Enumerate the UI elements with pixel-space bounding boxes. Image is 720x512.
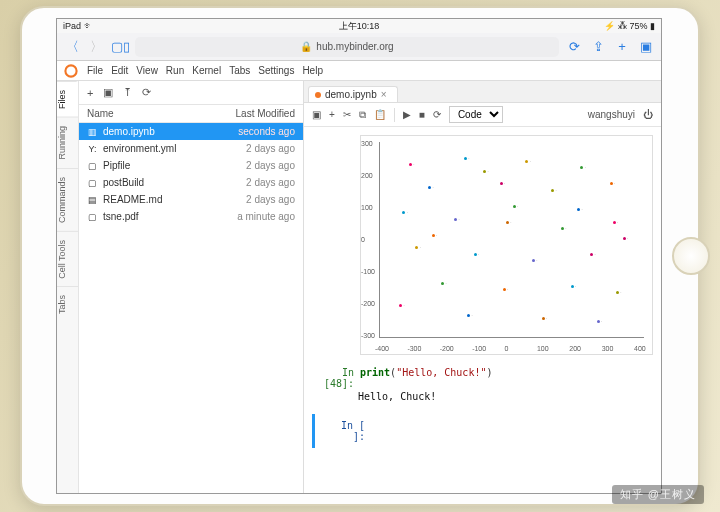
bookmarks-icon[interactable]: ▢▯ xyxy=(111,38,129,56)
share-icon[interactable]: ⇪ xyxy=(589,38,607,56)
data-point xyxy=(464,157,467,160)
cell-empty[interactable]: In [ ]: xyxy=(312,414,653,448)
data-point xyxy=(474,253,477,256)
upload-icon[interactable]: ⤒ xyxy=(123,86,132,99)
tabs-icon[interactable]: ▣ xyxy=(637,38,655,56)
file-row[interactable]: ▤README.md2 days ago xyxy=(79,191,303,208)
file-row[interactable]: ▢tsne.pdfa minute ago xyxy=(79,208,303,225)
file-modified: a minute ago xyxy=(237,211,295,222)
menu-help[interactable]: Help xyxy=(302,65,323,76)
url-bar[interactable]: 🔒 hub.mybinder.org xyxy=(135,37,559,57)
file-row[interactable]: Y:environment.yml2 days ago xyxy=(79,140,303,157)
forward-icon: 〉 xyxy=(87,38,105,56)
data-point xyxy=(409,163,412,166)
file-icon: ▢ xyxy=(87,160,98,171)
file-row[interactable]: ▢postBuild2 days ago xyxy=(79,174,303,191)
sidetab-tabs[interactable]: Tabs xyxy=(57,286,78,322)
data-point xyxy=(506,221,509,224)
file-name: Pipfile xyxy=(103,160,130,171)
run-icon[interactable]: ▶ xyxy=(403,109,411,120)
file-row[interactable]: ▥demo.ipynbseconds ago xyxy=(79,123,303,140)
new-tab-icon[interactable]: + xyxy=(613,38,631,56)
data-point xyxy=(571,285,574,288)
cell-in-48[interactable]: In [48]: print("Hello, Chuck!") xyxy=(304,365,661,391)
data-point xyxy=(428,186,431,189)
jupyter-menubar: FileEditViewRunKernelTabsSettingsHelp xyxy=(57,61,661,81)
col-name: Name xyxy=(87,108,114,119)
data-point xyxy=(525,160,528,163)
menu-file[interactable]: File xyxy=(87,65,103,76)
data-point xyxy=(399,304,402,307)
notebook-body[interactable]: ······························-400-300-2… xyxy=(304,127,661,493)
data-point xyxy=(402,211,405,214)
refresh-icon[interactable]: ⟳ xyxy=(142,86,151,99)
file-row[interactable]: ▢Pipfile2 days ago xyxy=(79,157,303,174)
prompt: In [48]: xyxy=(312,367,360,389)
lock-icon: 🔒 xyxy=(300,41,312,52)
menu-settings[interactable]: Settings xyxy=(258,65,294,76)
tab-label: demo.ipynb xyxy=(325,89,377,100)
menu-view[interactable]: View xyxy=(136,65,158,76)
data-point xyxy=(532,259,535,262)
tab-demo[interactable]: demo.ipynb × xyxy=(308,86,398,102)
data-point xyxy=(580,166,583,169)
scatter-plot-output: ······························-400-300-2… xyxy=(360,135,653,355)
data-point xyxy=(513,205,516,208)
stop-icon[interactable]: ■ xyxy=(419,109,425,120)
sidetab-commands[interactable]: Commands xyxy=(57,168,78,231)
file-modified: 2 days ago xyxy=(246,143,295,154)
data-point xyxy=(616,291,619,294)
file-name: README.md xyxy=(103,194,162,205)
menu-edit[interactable]: Edit xyxy=(111,65,128,76)
back-icon[interactable]: 〈 xyxy=(63,38,81,56)
clock: 上午10:18 xyxy=(339,20,380,33)
reload-icon[interactable]: ⟳ xyxy=(565,38,583,56)
file-icon: ▢ xyxy=(87,211,98,222)
cut-icon[interactable]: ✂ xyxy=(343,109,351,120)
menu-tabs[interactable]: Tabs xyxy=(229,65,250,76)
close-icon[interactable]: × xyxy=(381,89,387,100)
notebook-toolbar: ▣ + ✂ ⧉ 📋 ▶ ■ ⟳ Code wangshuyi ⏻ xyxy=(304,103,661,127)
data-point xyxy=(561,227,564,230)
file-name: environment.yml xyxy=(103,143,176,154)
watermark: 知乎 @王树义 xyxy=(612,485,704,504)
data-point xyxy=(483,170,486,173)
menu-run[interactable]: Run xyxy=(166,65,184,76)
kernel-user: wangshuyi xyxy=(588,109,635,120)
url-text: hub.mybinder.org xyxy=(316,41,393,52)
sidetab-cell-tools[interactable]: Cell Tools xyxy=(57,231,78,287)
notebook-tab-bar: demo.ipynb × xyxy=(304,81,661,103)
cell-type-select[interactable]: Code xyxy=(449,106,503,123)
battery-label: ⚡ ⁂ 75% ▮ xyxy=(604,21,655,31)
kernel-status-icon[interactable]: ⏻ xyxy=(643,109,653,120)
file-modified: 2 days ago xyxy=(246,194,295,205)
file-name: postBuild xyxy=(103,177,144,188)
data-point xyxy=(623,237,626,240)
sidetab-files[interactable]: Files xyxy=(57,81,78,117)
data-point xyxy=(597,320,600,323)
file-browser-toolbar: + ▣ ⤒ ⟳ xyxy=(79,81,303,105)
menu-kernel[interactable]: Kernel xyxy=(192,65,221,76)
data-point xyxy=(467,314,470,317)
safari-toolbar: 〈 〉 ▢▯ 🔒 hub.mybinder.org ⟳ ⇪ + ▣ xyxy=(57,33,661,61)
file-modified: 2 days ago xyxy=(246,160,295,171)
jupyter-logo-icon xyxy=(63,63,79,79)
restart-icon[interactable]: ⟳ xyxy=(433,109,441,120)
markdown-icon: ▤ xyxy=(87,194,98,205)
data-point xyxy=(454,218,457,221)
new-file-icon[interactable]: + xyxy=(87,87,93,99)
prompt: In [ ]: xyxy=(323,420,371,442)
data-point xyxy=(613,221,616,224)
data-point xyxy=(610,182,613,185)
svg-point-0 xyxy=(65,65,76,76)
file-list-header: Name Last Modified xyxy=(79,105,303,123)
sidetab-running[interactable]: Running xyxy=(57,117,78,168)
new-folder-icon[interactable]: ▣ xyxy=(103,86,113,99)
data-point xyxy=(441,282,444,285)
home-button[interactable] xyxy=(672,237,710,275)
paste-icon[interactable]: 📋 xyxy=(374,109,386,120)
add-cell-icon[interactable]: + xyxy=(329,109,335,120)
notebook-icon: ▥ xyxy=(87,126,98,137)
copy-icon[interactable]: ⧉ xyxy=(359,109,366,121)
save-icon[interactable]: ▣ xyxy=(312,109,321,120)
